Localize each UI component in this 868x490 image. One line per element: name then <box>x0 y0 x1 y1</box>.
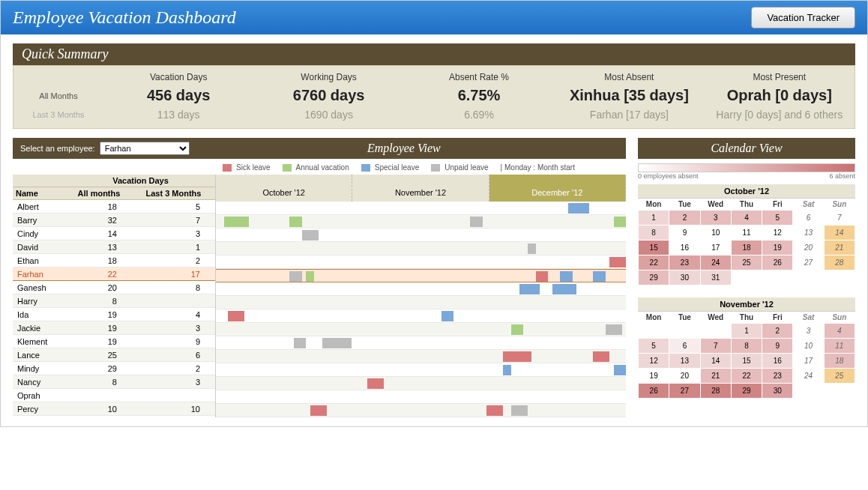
gantt-bar <box>519 284 540 294</box>
table-row[interactable]: Oprah <box>13 389 215 402</box>
calendar-day[interactable]: 10 <box>700 226 731 241</box>
calendar-day[interactable]: 30 <box>762 384 793 399</box>
table-row[interactable]: David131 <box>13 241 215 254</box>
calendar-day[interactable]: 21 <box>824 241 855 255</box>
calendar-day[interactable]: 16 <box>669 241 700 255</box>
calendar-day[interactable]: 25 <box>824 369 855 384</box>
calendar-day[interactable]: 27 <box>793 255 824 270</box>
calendar-day[interactable] <box>639 324 669 339</box>
calendar-day[interactable]: 7 <box>824 211 855 226</box>
table-row[interactable]: Jackie193 <box>13 321 215 335</box>
calendar-day[interactable]: 29 <box>639 270 669 285</box>
table-row[interactable]: Ethan182 <box>13 254 215 267</box>
calendar-day[interactable]: 5 <box>639 339 669 354</box>
calendar-day[interactable]: 30 <box>669 270 700 285</box>
calendar-day[interactable]: 26 <box>762 255 793 270</box>
employee-select[interactable]: Farhan <box>100 142 190 155</box>
calendar-day[interactable]: 6 <box>669 339 700 354</box>
calendar-day[interactable]: 15 <box>731 354 762 369</box>
table-row[interactable]: Ida194 <box>13 308 215 321</box>
calendar-day[interactable]: 19 <box>639 369 669 384</box>
calendar-day[interactable]: 24 <box>700 255 731 270</box>
calendar-day[interactable]: 22 <box>639 255 669 270</box>
calendar-day[interactable]: 21 <box>700 369 731 384</box>
gantt-row <box>216 215 626 229</box>
gantt-month-header: October '12 <box>216 175 352 202</box>
calendar-day[interactable]: 13 <box>669 354 700 369</box>
table-row[interactable]: Lance256 <box>13 348 215 362</box>
calendar-day[interactable]: 26 <box>639 384 669 399</box>
emp-name: Percy <box>13 402 66 416</box>
table-row[interactable]: Ganesh208 <box>13 281 215 294</box>
calendar-day[interactable]: 9 <box>669 226 700 241</box>
calendar-day[interactable]: 20 <box>793 241 824 255</box>
calendar-day[interactable]: 27 <box>669 384 700 399</box>
calendar-day[interactable]: 14 <box>700 354 731 369</box>
gantt-bar <box>289 217 301 227</box>
table-row[interactable]: Farhan2217 <box>13 267 215 281</box>
calendar-day[interactable]: 23 <box>762 369 793 384</box>
calendar-day[interactable]: 17 <box>700 241 731 255</box>
calendar-day[interactable]: 28 <box>824 255 855 270</box>
calendar-day[interactable]: 19 <box>762 241 793 255</box>
calendar-day[interactable]: 7 <box>700 339 731 354</box>
val-l3-work: 1690 days <box>253 109 403 121</box>
table-row[interactable]: Albert185 <box>13 200 215 214</box>
calendar-day[interactable] <box>731 270 762 285</box>
calendar-day[interactable]: 12 <box>639 354 669 369</box>
emp-all: 32 <box>66 214 132 227</box>
calendar-day[interactable]: 8 <box>639 226 669 241</box>
calendar-day[interactable]: 17 <box>793 354 824 369</box>
calendar-day[interactable]: 12 <box>762 226 793 241</box>
calendar-day[interactable]: 13 <box>793 226 824 241</box>
calendar-day[interactable]: 6 <box>793 211 824 226</box>
calendar-day[interactable]: 4 <box>824 324 855 339</box>
emp-all: 25 <box>66 348 132 362</box>
calendar-day[interactable]: 4 <box>731 211 762 226</box>
calendar-day[interactable] <box>793 270 824 285</box>
emp-all <box>66 389 132 402</box>
calendar-day[interactable]: 2 <box>669 211 700 226</box>
calendar-day[interactable]: 18 <box>824 354 855 369</box>
calendar-day[interactable] <box>793 384 824 399</box>
table-row[interactable]: Cindy143 <box>13 227 215 241</box>
calendar-day[interactable]: 23 <box>669 255 700 270</box>
calendar-day[interactable]: 1 <box>731 324 762 339</box>
table-row[interactable]: Nancy83 <box>13 375 215 389</box>
table-row[interactable]: Mindy292 <box>13 362 215 375</box>
calendar-day[interactable]: 16 <box>762 354 793 369</box>
calendar-day[interactable]: 3 <box>793 324 824 339</box>
vacation-tracker-button[interactable]: Vacation Tracker <box>751 7 855 28</box>
table-row[interactable]: Barry327 <box>13 214 215 227</box>
calendar-day[interactable] <box>824 384 855 399</box>
calendar-day[interactable] <box>824 270 855 285</box>
calendar-day[interactable]: 20 <box>669 369 700 384</box>
calendar-day[interactable]: 18 <box>731 241 762 255</box>
calendar-day[interactable] <box>762 270 793 285</box>
calendar-day[interactable] <box>669 324 700 339</box>
emp-name: Ida <box>13 308 66 321</box>
gantt-bar <box>503 351 531 362</box>
calendar-day[interactable]: 3 <box>700 211 731 226</box>
calendar-day[interactable]: 31 <box>700 270 731 285</box>
table-row[interactable]: Harry8 <box>13 294 215 308</box>
calendar-day[interactable]: 1 <box>639 211 669 226</box>
calendar-day[interactable]: 10 <box>793 339 824 354</box>
calendar-day[interactable]: 2 <box>762 324 793 339</box>
calendar-day[interactable]: 14 <box>824 226 855 241</box>
table-row[interactable]: Klement199 <box>13 335 215 348</box>
calendar-day[interactable]: 9 <box>762 339 793 354</box>
calendar-day[interactable]: 25 <box>731 255 762 270</box>
table-row[interactable]: Percy1010 <box>13 402 215 416</box>
calendar-day[interactable]: 29 <box>731 384 762 399</box>
calendar-day[interactable] <box>700 324 731 339</box>
calendar-day[interactable]: 22 <box>731 369 762 384</box>
calendar-day[interactable]: 11 <box>824 339 855 354</box>
calendar-day[interactable]: 24 <box>793 369 824 384</box>
calendar-day[interactable]: 28 <box>700 384 731 399</box>
emp-all: 14 <box>66 227 132 241</box>
calendar-day[interactable]: 8 <box>731 339 762 354</box>
calendar-day[interactable]: 11 <box>731 226 762 241</box>
calendar-day[interactable]: 15 <box>639 241 669 255</box>
calendar-day[interactable]: 5 <box>762 211 793 226</box>
